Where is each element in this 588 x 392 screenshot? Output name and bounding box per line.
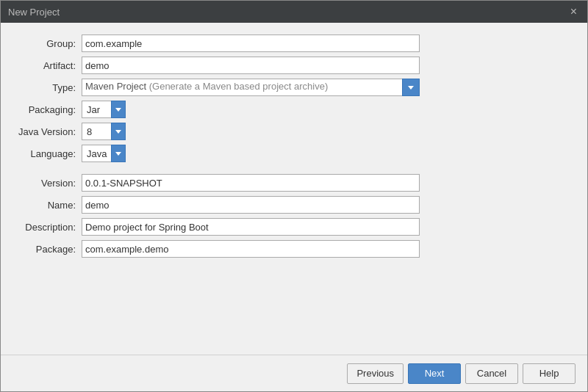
java-version-row: Java Version: 8 — [15, 123, 573, 140]
next-button[interactable]: Next — [408, 363, 461, 384]
type-dropdown-button[interactable] — [402, 79, 420, 96]
new-project-dialog: New Project × Group: Artifact: Type: Mav… — [0, 0, 588, 392]
name-row: Name: — [15, 196, 573, 214]
version-input[interactable] — [82, 174, 420, 192]
description-row: Description: — [15, 218, 573, 236]
artifact-input[interactable] — [82, 57, 420, 74]
language-select-container: Java — [82, 145, 126, 162]
version-row: Version: — [15, 174, 573, 192]
language-value: Java — [82, 145, 111, 162]
package-label: Package: — [15, 244, 82, 255]
language-label: Language: — [15, 148, 82, 159]
packaging-value: Jar — [82, 101, 111, 118]
previous-button[interactable]: Previous — [347, 363, 404, 384]
type-row: Type: Maven Project (Generate a Maven ba… — [15, 79, 573, 96]
description-label: Description: — [15, 222, 82, 233]
artifact-row: Artifact: — [15, 57, 573, 74]
package-row: Package: — [15, 240, 573, 258]
java-version-dropdown-button[interactable] — [111, 123, 126, 140]
name-label: Name: — [15, 200, 82, 211]
language-dropdown-button[interactable] — [111, 145, 126, 162]
chevron-down-icon — [115, 152, 121, 156]
dialog-content: Group: Artifact: Type: Maven Project (Ge… — [1, 23, 587, 355]
group-label: Group: — [15, 38, 82, 49]
description-input[interactable] — [82, 218, 420, 236]
dialog-footer: Previous Next Cancel Help — [1, 355, 587, 391]
java-version-value: 8 — [82, 123, 111, 140]
type-label: Type: — [15, 82, 82, 93]
name-input[interactable] — [82, 196, 420, 214]
java-version-select-container: 8 — [82, 123, 126, 140]
title-bar: New Project × — [1, 1, 587, 23]
close-button[interactable]: × — [567, 6, 580, 18]
packaging-row: Packaging: Jar — [15, 101, 573, 118]
version-label: Version: — [15, 178, 82, 189]
cancel-button[interactable]: Cancel — [465, 363, 518, 384]
type-text: Maven Project (Generate a Maven based pr… — [82, 79, 402, 96]
chevron-down-icon — [115, 130, 121, 134]
type-select-container: Maven Project (Generate a Maven based pr… — [82, 79, 420, 96]
language-row: Language: Java — [15, 145, 573, 162]
packaging-dropdown-button[interactable] — [111, 101, 126, 118]
group-row: Group: — [15, 35, 573, 52]
package-input[interactable] — [82, 240, 420, 258]
packaging-label: Packaging: — [15, 104, 82, 115]
artifact-label: Artifact: — [15, 60, 82, 71]
chevron-down-icon — [115, 108, 121, 112]
help-button[interactable]: Help — [523, 363, 576, 384]
chevron-down-icon — [408, 86, 414, 90]
java-version-label: Java Version: — [15, 126, 82, 137]
packaging-select-container: Jar — [82, 101, 126, 118]
dialog-title: New Project — [8, 7, 60, 18]
group-input[interactable] — [82, 35, 420, 52]
